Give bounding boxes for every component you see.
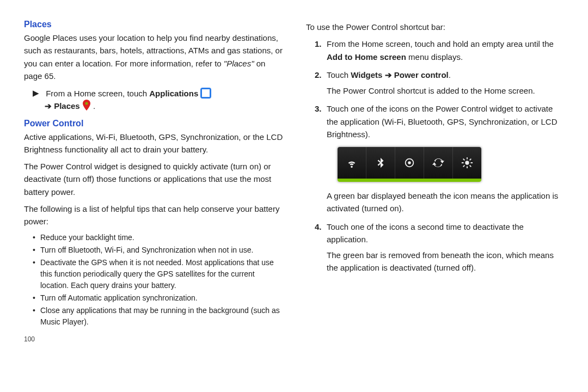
power-control-widget <box>338 147 481 182</box>
tip-item: Reduce your backlight time. <box>33 232 284 243</box>
widgets-label: Widgets <box>351 70 382 79</box>
svg-line-10 <box>463 166 465 167</box>
tip-item: Deactivate the GPS when it is not needed… <box>33 257 284 291</box>
step-num: 2. <box>315 69 322 81</box>
step4-follow: The green bar is removed from beneath th… <box>327 249 566 274</box>
svg-line-9 <box>470 166 471 167</box>
applications-label: Applications <box>149 89 198 98</box>
step-num: 1. <box>315 38 322 50</box>
left-column: Places Google Places uses your location … <box>24 19 284 343</box>
step-3: 3. Touch one of the icons on the Power C… <box>315 102 566 215</box>
sync-toggle[interactable] <box>424 147 453 179</box>
step2-follow: The Power Control shortcut is added to t… <box>327 84 566 97</box>
right-column: To use the Power Control shortcut bar: 1… <box>306 19 566 343</box>
step3-text: Touch one of the icons on the Power Cont… <box>327 104 558 139</box>
places-label: Places <box>54 101 80 111</box>
right-intro: To use the Power Control shortcut bar: <box>306 21 566 33</box>
step-num: 4. <box>315 220 322 233</box>
svg-point-2 <box>408 161 411 164</box>
arrow-icon: ➔ <box>382 70 394 79</box>
page-number: 100 <box>24 335 284 343</box>
places-body: Google Places uses your location to help… <box>24 32 284 82</box>
manual-page: Places Google Places uses your location … <box>0 0 588 354</box>
step1-text-a: From the Home screen, touch and hold an … <box>327 39 554 48</box>
step2-text-d: . <box>449 70 451 79</box>
applications-icon <box>200 88 211 99</box>
power-tips-list: Reduce your backlight time. Turn off Blu… <box>33 232 284 328</box>
step-4: 4. Touch one of the icons a second time … <box>315 220 566 274</box>
power-p1: Active applications, Wi-Fi, Bluetooth, G… <box>24 131 284 156</box>
power-control-label: Power control <box>394 70 449 79</box>
brightness-toggle[interactable] <box>453 147 481 179</box>
svg-point-3 <box>465 161 469 164</box>
places-pin-icon <box>82 100 91 114</box>
step4-text: Touch one of the icons a second time to … <box>327 222 524 244</box>
step-num: 3. <box>315 102 322 115</box>
step1-text-c: menu displays. <box>406 52 463 62</box>
svg-line-11 <box>470 159 471 161</box>
step-period: . <box>93 101 95 111</box>
gps-icon <box>403 157 415 169</box>
step-lead: From a Home screen, touch <box>46 89 149 98</box>
arrow-icon: ➔ <box>45 101 52 111</box>
places-ref: "Places" <box>224 59 254 68</box>
sync-icon <box>432 157 444 169</box>
wifi-toggle[interactable] <box>338 147 366 179</box>
wifi-icon <box>346 157 358 169</box>
bluetooth-toggle[interactable] <box>366 147 395 179</box>
gps-toggle[interactable] <box>395 147 424 179</box>
svg-point-0 <box>85 102 88 105</box>
step2-text-a: Touch <box>327 70 351 79</box>
power-p2: The Power Control widget is designed to … <box>24 160 284 198</box>
heading-places: Places <box>24 20 284 29</box>
tip-item: Turn off Bluetooth, Wi-Fi, and Synchroni… <box>33 244 284 256</box>
svg-line-8 <box>463 159 465 161</box>
widget-active-bar <box>338 179 481 182</box>
step-1: 1. From the Home screen, touch and hold … <box>315 38 566 63</box>
step3-follow: A green bar displayed beneath the icon m… <box>327 189 566 215</box>
brightness-icon <box>461 157 473 169</box>
power-p3: The following is a list of helpful tips … <box>24 203 284 228</box>
add-to-home-label: Add to Home screen <box>327 52 406 62</box>
tip-item: Close any applications that may be runni… <box>33 305 284 328</box>
bluetooth-icon <box>375 157 387 169</box>
tip-item: Turn off Automatic application synchroni… <box>33 292 284 304</box>
places-step: ▶ From a Home screen, touch Applications… <box>33 87 284 114</box>
steps-list: 1. From the Home screen, touch and hold … <box>315 38 566 274</box>
step-2: 2. Touch Widgets ➔ Power control. The Po… <box>315 69 566 97</box>
triangle-bullet-icon: ▶ <box>33 87 39 99</box>
heading-power-control: Power Control <box>24 119 284 128</box>
